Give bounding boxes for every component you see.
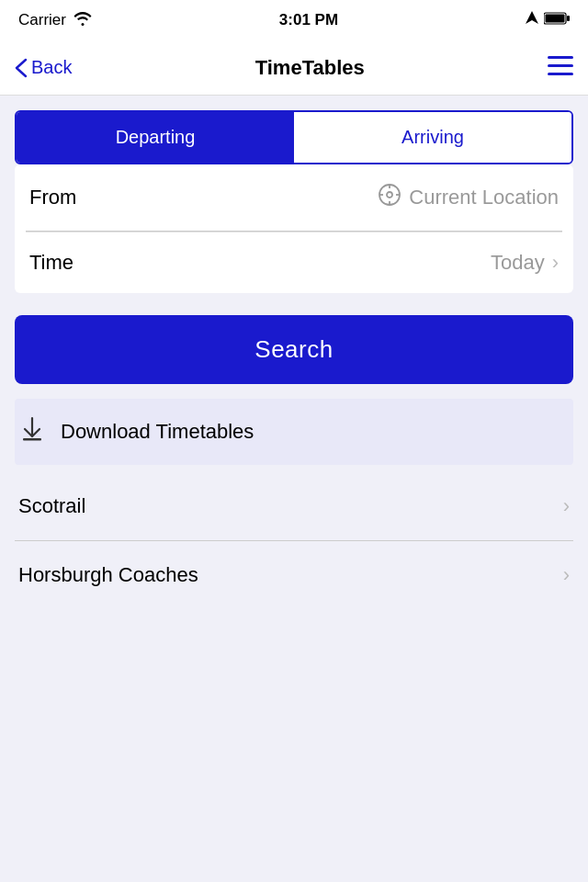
- svg-rect-6: [548, 73, 573, 75]
- status-bar: Carrier 3:01 PM: [0, 0, 588, 40]
- departure-arrival-toggle: Departing Arriving: [15, 110, 573, 164]
- scotrail-chevron-icon: ›: [563, 494, 570, 518]
- from-row[interactable]: From Current Location: [26, 164, 562, 232]
- nav-bar: Back TimeTables: [0, 40, 588, 96]
- carrier-info: Carrier: [18, 11, 92, 30]
- list-item-horsburgh[interactable]: Horsburgh Coaches ›: [15, 541, 573, 609]
- time-chevron-icon: ›: [552, 251, 559, 275]
- back-button[interactable]: Back: [15, 57, 72, 78]
- status-right-icons: [526, 11, 570, 29]
- departing-tab[interactable]: Departing: [17, 112, 294, 163]
- from-value: Current Location: [378, 183, 559, 212]
- from-label: From: [29, 186, 76, 209]
- time-label: Time: [29, 251, 74, 275]
- svg-marker-0: [526, 11, 538, 24]
- svg-point-8: [387, 192, 392, 198]
- location-circle-icon: [378, 183, 401, 212]
- transport-list: Scotrail › Horsburgh Coaches ›: [15, 472, 573, 609]
- time-row[interactable]: Time Today ›: [26, 232, 562, 293]
- location-arrow-icon: [526, 11, 538, 29]
- from-section: From Current Location Time: [15, 164, 573, 293]
- time-value-text: Today: [491, 251, 545, 275]
- search-button[interactable]: Search: [15, 315, 573, 384]
- svg-rect-3: [545, 15, 564, 23]
- battery-icon: [544, 12, 570, 28]
- back-label: Back: [31, 57, 72, 78]
- download-timetables-row[interactable]: Download Timetables: [15, 399, 573, 465]
- arriving-tab[interactable]: Arriving: [294, 112, 571, 163]
- wifi-icon: [74, 11, 92, 30]
- download-label: Download Timetables: [61, 420, 254, 444]
- time-value: Today ›: [491, 251, 559, 275]
- horsburgh-chevron-icon: ›: [563, 563, 570, 587]
- from-value-text: Current Location: [409, 186, 559, 209]
- page-title: TimeTables: [255, 56, 365, 80]
- svg-rect-13: [23, 438, 41, 441]
- menu-button[interactable]: [548, 56, 573, 80]
- status-time: 3:01 PM: [279, 11, 338, 29]
- svg-rect-4: [548, 56, 573, 59]
- carrier-label: Carrier: [18, 11, 66, 29]
- scotrail-label: Scotrail: [18, 494, 85, 518]
- main-content: Departing Arriving From Current Location: [0, 96, 588, 624]
- download-icon: [18, 415, 46, 448]
- svg-rect-5: [548, 64, 573, 67]
- horsburgh-label: Horsburgh Coaches: [18, 563, 198, 587]
- svg-rect-2: [567, 16, 570, 21]
- list-item-scotrail[interactable]: Scotrail ›: [15, 472, 573, 541]
